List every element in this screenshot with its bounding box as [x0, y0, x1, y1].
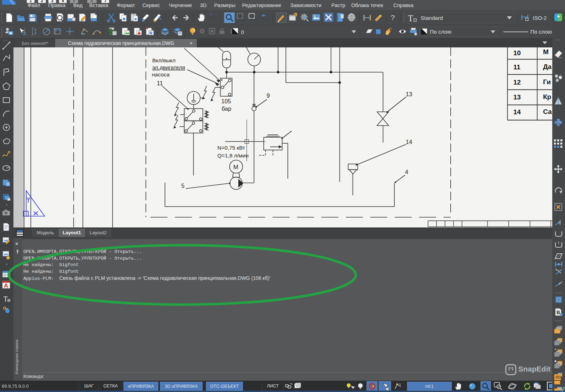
svg-text:?: ? — [391, 14, 395, 22]
svg-text:BD: BD — [555, 375, 560, 379]
svg-text:Вкл/выкл: Вкл/выкл — [152, 57, 176, 63]
svg-text:+: + — [210, 13, 212, 16]
svg-text:B: B — [557, 310, 560, 315]
svg-text:105: 105 — [221, 98, 231, 104]
svg-text:9: 9 — [267, 92, 270, 99]
svg-text:N=0,75 кВт: N=0,75 кВт — [217, 145, 245, 151]
svg-text:14: 14 — [513, 108, 521, 116]
svg-text:Q=1,8 л/мин: Q=1,8 л/мин — [217, 152, 249, 158]
svg-text:14: 14 — [406, 139, 412, 145]
svg-text:11: 11 — [157, 80, 163, 86]
svg-text:13: 13 — [513, 93, 521, 101]
svg-text:13: 13 — [406, 91, 412, 97]
svg-text:11: 11 — [513, 63, 521, 71]
svg-text:12: 12 — [513, 79, 521, 86]
svg-text:T: T — [408, 13, 413, 23]
svg-text:4: 4 — [405, 169, 408, 175]
svg-text:Са: Са — [543, 108, 552, 115]
svg-text:0: 0 — [241, 29, 244, 35]
svg-text:M: M — [233, 164, 238, 171]
svg-text:насоса: насоса — [152, 71, 170, 77]
svg-text:По слою: По слою — [530, 29, 552, 35]
svg-text:5: 5 — [181, 183, 184, 189]
svg-text:бар: бар — [222, 105, 231, 112]
svg-text:По слою: По слою — [430, 29, 451, 35]
svg-text:N: N — [149, 31, 152, 35]
svg-text:эл.двигателя: эл.двигателя — [152, 64, 185, 70]
svg-text:10: 10 — [513, 49, 521, 57]
svg-text:Ги: Ги — [543, 78, 551, 86]
svg-text:Standard: Standard — [421, 15, 443, 21]
svg-text:ISO-2: ISO-2 — [533, 15, 547, 21]
svg-text:М: М — [543, 48, 549, 56]
svg-text:Кр: Кр — [543, 93, 551, 100]
svg-text:Да: Да — [543, 63, 552, 70]
